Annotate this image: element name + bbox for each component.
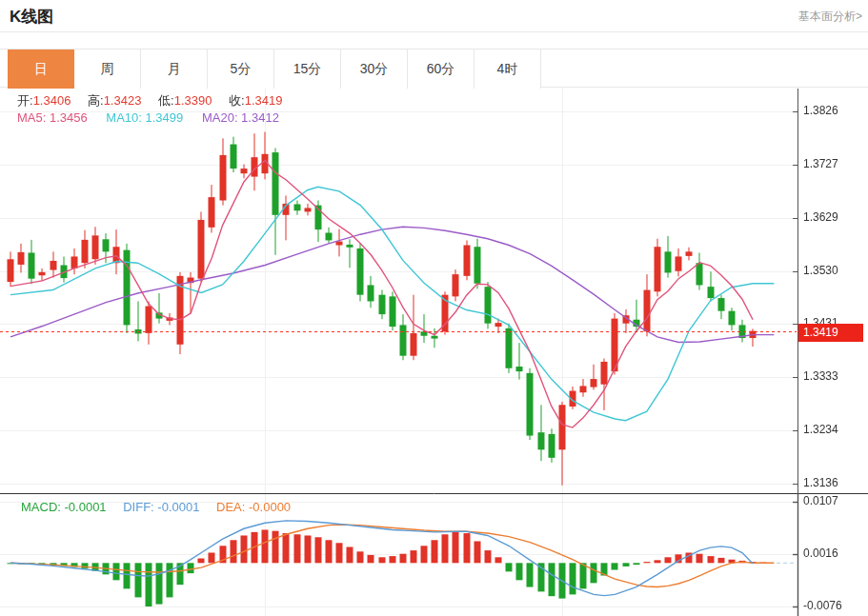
close-label: 收:: [229, 93, 245, 108]
ma-legend: MA5: 1.3456 MA10: 1.3499 MA20: 1.3412: [17, 110, 294, 125]
macd-legend: MACD: -0.0001 DIFF: -0.0001 DEA: -0.0000: [21, 500, 304, 514]
tab-30min[interactable]: 30分: [341, 50, 408, 89]
ohlc-readout: 开:1.3406 高:1.3423 低:1.3390 收:1.3419: [17, 92, 295, 109]
tab-week[interactable]: 周: [74, 50, 141, 89]
fundamental-analysis-link[interactable]: 基本面分析>: [798, 9, 862, 25]
candlestick-chart-canvas[interactable]: [0, 89, 868, 493]
price-axis-label: 1.3727: [803, 157, 862, 170]
tab-month[interactable]: 月: [141, 50, 208, 89]
price-axis-label: 1.3629: [803, 210, 862, 224]
page-header: K线图 基本面分析>: [0, 0, 868, 32]
chart-area: 开:1.3406 高:1.3423 低:1.3390 收:1.3419 MA5:…: [0, 89, 868, 616]
price-axis-label: 1.3826: [803, 104, 862, 117]
price-axis-label: 1.3234: [803, 423, 862, 436]
price-axis-label: 1.3333: [803, 369, 862, 383]
low-label: 低:: [158, 93, 174, 108]
high-label: 高:: [88, 93, 104, 108]
current-price-tag: 1.3419: [798, 324, 863, 342]
macd-value-legend: MACD: -0.0001: [21, 500, 107, 514]
macd-axis-label: 0.0107: [803, 494, 862, 507]
tab-5min[interactable]: 5分: [208, 50, 274, 89]
tab-15min[interactable]: 15分: [274, 50, 341, 89]
close-value: 1.3419: [245, 93, 283, 108]
ma10-legend: MA10: 1.3499: [106, 110, 183, 125]
ma20-legend: MA20: 1.3412: [202, 110, 279, 125]
high-value: 1.3423: [104, 93, 142, 108]
macd-axis-label: -0.0076: [803, 599, 862, 612]
period-tab-bar: 日 周 月 5分 15分 30分 60分 4时: [0, 49, 868, 88]
dea-value-legend: DEA: -0.0000: [216, 500, 291, 514]
tab-day[interactable]: 日: [8, 50, 74, 89]
page-title: K线图: [10, 6, 53, 28]
ma5-legend: MA5: 1.3456: [17, 110, 88, 125]
price-axis-label: 1.3530: [803, 264, 862, 277]
tab-60min[interactable]: 60分: [408, 50, 474, 89]
macd-axis-label: 0.0016: [803, 546, 862, 560]
tab-4hour[interactable]: 4时: [474, 50, 541, 89]
kline-page: K线图 基本面分析> 日 周 月 5分 15分 30分 60分 4时 开:1.3…: [0, 0, 868, 616]
low-value: 1.3390: [174, 93, 212, 108]
price-axis-label: 1.3136: [803, 476, 862, 489]
diff-value-legend: DIFF: -0.0001: [123, 500, 199, 514]
open-label: 开:: [17, 93, 33, 108]
open-value: 1.3406: [33, 93, 71, 108]
